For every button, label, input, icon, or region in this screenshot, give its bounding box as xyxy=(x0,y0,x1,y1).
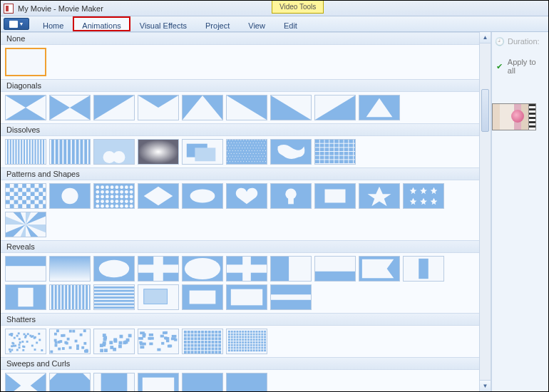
svg-rect-251 xyxy=(26,188,31,192)
scroll-down-button[interactable]: ▼ xyxy=(480,380,491,391)
transition-thumbnail[interactable] xyxy=(49,95,91,120)
transition-thumbnail[interactable] xyxy=(93,329,135,354)
transition-thumbnail[interactable] xyxy=(182,329,223,354)
svg-rect-357 xyxy=(227,264,267,272)
transition-thumbnail[interactable] xyxy=(226,256,267,282)
svg-rect-568 xyxy=(191,344,194,347)
transition-thumbnail[interactable] xyxy=(226,284,267,310)
transition-thumbnail[interactable] xyxy=(182,139,223,165)
transition-thumbnail[interactable] xyxy=(49,329,91,354)
transition-thumbnail[interactable] xyxy=(93,256,135,282)
apply-to-all-button[interactable]: ✔ Apply to all xyxy=(495,58,545,75)
transition-thumbnail[interactable] xyxy=(49,284,91,310)
svg-rect-41 xyxy=(63,140,66,164)
transition-thumbnail[interactable] xyxy=(359,95,400,120)
scroll-thumb[interactable] xyxy=(481,89,489,132)
transition-thumbnail[interactable] xyxy=(5,139,46,165)
transition-thumbnail[interactable] xyxy=(314,183,356,209)
svg-rect-261 xyxy=(26,196,31,200)
transition-thumbnail[interactable] xyxy=(270,256,312,282)
transition-thumbnail[interactable] xyxy=(5,329,46,354)
transition-thumbnail[interactable] xyxy=(226,183,267,209)
transition-thumbnail[interactable] xyxy=(226,329,267,354)
transition-thumbnail[interactable] xyxy=(5,212,46,237)
tab-view[interactable]: View xyxy=(239,16,274,31)
svg-rect-359 xyxy=(271,257,289,281)
svg-rect-26 xyxy=(16,140,17,164)
transition-thumbnail[interactable] xyxy=(5,95,46,120)
transition-thumbnail[interactable] xyxy=(270,183,312,209)
svg-rect-589 xyxy=(188,351,190,354)
contextual-tab-video-tools[interactable]: Video Tools xyxy=(272,1,324,14)
svg-rect-463 xyxy=(66,342,68,345)
transition-thumbnail[interactable] xyxy=(314,95,356,120)
transition-thumbnail[interactable] xyxy=(138,139,179,165)
file-menu-button[interactable]: ▼ xyxy=(4,18,29,30)
transition-thumbnail[interactable] xyxy=(49,373,91,391)
svg-rect-564 xyxy=(215,341,217,344)
svg-rect-620 xyxy=(245,334,247,336)
transition-thumbnail[interactable] xyxy=(93,284,135,310)
transition-thumbnail[interactable] xyxy=(5,48,46,76)
svg-rect-67 xyxy=(257,140,257,140)
transition-thumbnail[interactable] xyxy=(93,95,135,120)
transition-thumbnail[interactable] xyxy=(270,139,312,165)
transition-thumbnail[interactable] xyxy=(403,256,444,282)
tab-home[interactable]: Home xyxy=(34,16,73,31)
transition-thumbnail[interactable] xyxy=(182,183,223,209)
svg-rect-352 xyxy=(153,257,163,281)
svg-rect-217 xyxy=(320,152,324,155)
transition-thumbnail[interactable] xyxy=(138,284,179,310)
svg-rect-683 xyxy=(264,344,266,346)
transition-thumbnail[interactable] xyxy=(49,256,91,282)
transition-thumbnail[interactable] xyxy=(93,139,135,165)
svg-rect-623 xyxy=(253,334,255,336)
transition-thumbnail[interactable] xyxy=(5,256,46,282)
transition-thumbnail[interactable] xyxy=(93,373,135,391)
category-header: Reveals xyxy=(1,240,479,253)
transition-thumbnail[interactable] xyxy=(270,95,312,120)
transition-thumbnail[interactable] xyxy=(182,284,223,310)
clip-thumbnail[interactable] xyxy=(492,103,529,130)
transition-thumbnail[interactable] xyxy=(138,95,179,120)
transition-thumbnail[interactable] xyxy=(314,256,356,282)
svg-rect-215 xyxy=(354,148,355,151)
svg-rect-606 xyxy=(245,331,247,333)
scroll-up-button[interactable]: ▲ xyxy=(480,32,491,43)
tab-project[interactable]: Project xyxy=(196,16,239,31)
transition-thumbnail[interactable] xyxy=(49,139,91,165)
transition-thumbnail[interactable] xyxy=(226,95,267,120)
transition-thumbnail[interactable] xyxy=(5,284,46,310)
transition-thumbnail[interactable] xyxy=(314,139,356,165)
transition-thumbnail[interactable] xyxy=(182,256,223,282)
gallery-scroll-area[interactable]: NoneDiagonalsDissolvesPatterns and Shape… xyxy=(1,32,479,391)
tab-animations[interactable]: Animations xyxy=(73,16,130,31)
transition-thumbnail[interactable] xyxy=(182,373,223,391)
svg-rect-693 xyxy=(253,347,255,349)
svg-rect-222 xyxy=(344,152,349,155)
transition-thumbnail[interactable] xyxy=(5,183,46,209)
tab-visual-effects[interactable]: Visual Effects xyxy=(130,16,196,31)
transition-thumbnail[interactable] xyxy=(226,373,267,391)
transition-thumbnail[interactable] xyxy=(138,373,179,391)
transition-thumbnail[interactable] xyxy=(138,183,179,209)
transition-thumbnail[interactable] xyxy=(138,256,179,282)
tab-edit[interactable]: Edit xyxy=(274,16,307,31)
svg-rect-668 xyxy=(261,341,263,344)
transition-thumbnail[interactable] xyxy=(270,284,312,310)
transition-thumbnail[interactable] xyxy=(403,183,444,209)
transition-thumbnail[interactable] xyxy=(5,373,46,391)
svg-rect-180 xyxy=(249,161,250,162)
transition-thumbnail[interactable] xyxy=(359,183,400,209)
transition-thumbnail[interactable] xyxy=(359,256,400,282)
transition-thumbnail[interactable] xyxy=(182,95,223,120)
transition-thumbnail[interactable] xyxy=(138,329,179,354)
svg-rect-76 xyxy=(242,143,242,143)
svg-rect-499 xyxy=(161,342,164,345)
svg-rect-492 xyxy=(109,341,113,344)
transition-thumbnail[interactable] xyxy=(49,183,91,209)
transition-thumbnail[interactable] xyxy=(93,183,135,209)
transition-thumbnail[interactable] xyxy=(226,139,267,165)
scrollbar-vertical[interactable]: ▲ ▼ xyxy=(479,32,491,391)
svg-rect-193 xyxy=(334,140,339,143)
